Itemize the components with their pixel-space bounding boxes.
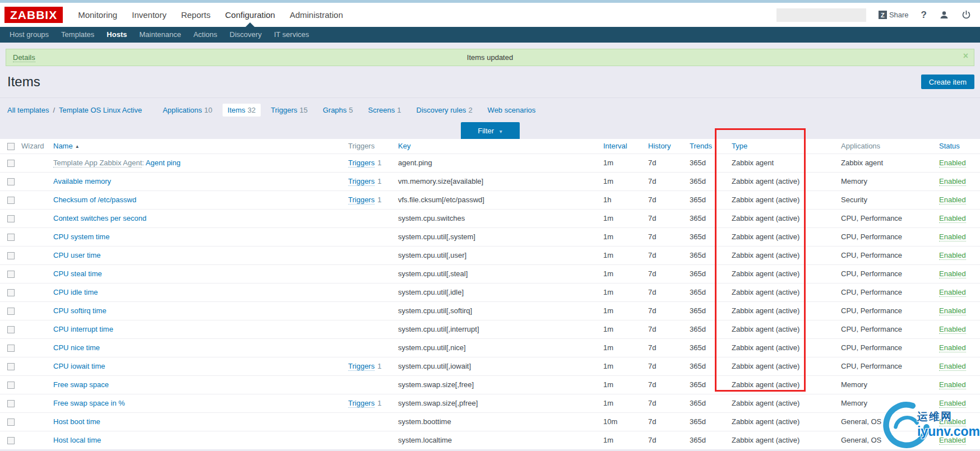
tab-graphs[interactable]: Graphs5: [318, 104, 358, 117]
row-checkbox[interactable]: [7, 234, 15, 241]
top-nav-item-administration[interactable]: Administration: [283, 3, 350, 27]
row-checkbox[interactable]: [7, 215, 15, 222]
sub-nav-item-hosts[interactable]: Hosts: [100, 27, 133, 43]
column-header-name[interactable]: Name▲: [49, 139, 344, 154]
select-all-checkbox[interactable]: [7, 143, 15, 150]
row-checkbox[interactable]: [7, 271, 15, 278]
column-header-status[interactable]: Status: [935, 139, 980, 154]
status-link[interactable]: Enabled: [939, 159, 966, 168]
zabbix-logo[interactable]: ZABBIX: [4, 7, 63, 23]
row-applications-cell: CPU, Performance: [836, 338, 935, 357]
column-header-type[interactable]: Type: [727, 139, 836, 154]
row-checkbox[interactable]: [7, 437, 15, 444]
item-name-link[interactable]: CPU iowait time: [53, 362, 105, 370]
item-name-link[interactable]: Available memory: [53, 177, 111, 185]
top-nav-item-inventory[interactable]: Inventory: [124, 3, 174, 27]
item-name-link[interactable]: CPU softirq time: [53, 306, 107, 315]
column-header-history[interactable]: History: [644, 139, 685, 154]
triggers-link[interactable]: Triggers: [348, 196, 375, 204]
row-checkbox[interactable]: [7, 363, 15, 370]
create-item-button[interactable]: Create item: [921, 75, 974, 89]
top-nav-item-configuration[interactable]: Configuration: [218, 3, 282, 27]
details-toggle[interactable]: Details: [13, 53, 35, 62]
tab-discovery-rules[interactable]: Discovery rules2: [412, 104, 478, 117]
status-link[interactable]: Enabled: [939, 362, 966, 371]
status-link[interactable]: Enabled: [939, 306, 966, 315]
item-name-link[interactable]: CPU idle time: [53, 288, 98, 296]
tab-web-scenarios[interactable]: Web scenarios: [483, 104, 541, 117]
status-link[interactable]: Enabled: [939, 233, 966, 241]
row-checkbox[interactable]: [7, 382, 15, 389]
item-name-link[interactable]: Context switches per second: [53, 214, 146, 222]
status-link[interactable]: Enabled: [939, 177, 966, 186]
item-name-link[interactable]: CPU steal time: [53, 269, 102, 278]
row-checkbox[interactable]: [7, 178, 15, 185]
tab-label[interactable]: Discovery rules: [417, 106, 466, 114]
item-name-link[interactable]: Host local time: [53, 436, 101, 444]
sub-nav-item-actions[interactable]: Actions: [187, 27, 224, 43]
breadcrumb-all-templates[interactable]: All templates: [7, 106, 49, 114]
top-nav-item-monitoring[interactable]: Monitoring: [71, 3, 124, 27]
share-button[interactable]: Z Share: [879, 11, 909, 19]
sub-nav-item-it-services[interactable]: IT services: [268, 27, 316, 43]
triggers-link[interactable]: Triggers: [348, 177, 375, 186]
tab-applications[interactable]: Applications10: [158, 104, 218, 117]
tab-triggers[interactable]: Triggers15: [266, 104, 313, 117]
row-checkbox[interactable]: [7, 326, 15, 333]
status-link[interactable]: Enabled: [939, 380, 966, 389]
status-link[interactable]: Enabled: [939, 343, 966, 352]
item-name-link[interactable]: Free swap space: [53, 380, 109, 389]
row-checkbox[interactable]: [7, 252, 15, 259]
column-header-key[interactable]: Key: [394, 139, 599, 154]
tab-label[interactable]: Graphs: [323, 106, 347, 114]
column-header-interval[interactable]: Interval: [599, 139, 644, 154]
sub-nav-item-templates[interactable]: Templates: [55, 27, 100, 43]
sub-nav-item-host-groups[interactable]: Host groups: [3, 27, 55, 43]
filter-button[interactable]: Filter ▾: [461, 122, 520, 139]
row-checkbox[interactable]: [7, 160, 15, 167]
sub-nav-item-discovery[interactable]: Discovery: [224, 27, 268, 43]
row-key-cell: vfs.file.cksum[/etc/passwd]: [394, 190, 599, 209]
status-link[interactable]: Enabled: [939, 288, 966, 297]
tab-label[interactable]: Applications: [163, 106, 202, 114]
logout-icon[interactable]: [961, 10, 971, 20]
triggers-link[interactable]: Triggers: [348, 362, 375, 371]
row-checkbox[interactable]: [7, 345, 15, 352]
global-search-input[interactable]: [780, 8, 879, 22]
status-link[interactable]: Enabled: [939, 269, 966, 278]
top-nav-item-reports[interactable]: Reports: [174, 3, 218, 27]
sub-nav-item-maintenance[interactable]: Maintenance: [133, 27, 187, 43]
tab-label[interactable]: Web scenarios: [488, 106, 536, 114]
status-link[interactable]: Enabled: [939, 251, 966, 260]
tab-label[interactable]: Screens: [368, 106, 395, 114]
tab-items[interactable]: Items32: [223, 104, 261, 117]
close-message-icon[interactable]: ×: [963, 52, 968, 61]
profile-icon[interactable]: [939, 10, 949, 20]
tab-label[interactable]: Triggers: [271, 106, 297, 114]
item-name-link[interactable]: CPU nice time: [53, 343, 100, 352]
item-name-link[interactable]: CPU interrupt time: [53, 325, 113, 333]
item-name-link[interactable]: CPU user time: [53, 251, 101, 259]
help-button[interactable]: ?: [921, 10, 927, 21]
row-history-cell: 7d: [644, 154, 685, 172]
column-header-trends[interactable]: Trends: [685, 139, 727, 154]
row-checkbox[interactable]: [7, 197, 15, 204]
row-checkbox[interactable]: [7, 289, 15, 296]
item-name-link[interactable]: Free swap space in %: [53, 399, 125, 407]
item-name-link[interactable]: Checksum of /etc/passwd: [53, 196, 136, 204]
status-link[interactable]: Enabled: [939, 196, 966, 204]
item-name-link[interactable]: Host boot time: [53, 417, 100, 426]
row-checkbox[interactable]: [7, 308, 15, 315]
tab-label[interactable]: Items: [228, 106, 246, 114]
triggers-link[interactable]: Triggers: [348, 399, 375, 408]
status-link[interactable]: Enabled: [939, 214, 966, 223]
template-prefix-link[interactable]: Template App Zabbix Agent: [53, 159, 142, 168]
status-link[interactable]: Enabled: [939, 325, 966, 334]
row-checkbox[interactable]: [7, 400, 15, 407]
row-checkbox[interactable]: [7, 419, 15, 426]
tab-screens[interactable]: Screens1: [363, 104, 406, 117]
breadcrumb-template[interactable]: Template OS Linux Active: [59, 106, 142, 114]
item-name-link[interactable]: Agent ping: [146, 159, 181, 167]
item-name-link[interactable]: CPU system time: [53, 233, 109, 241]
triggers-link[interactable]: Triggers: [348, 159, 375, 168]
